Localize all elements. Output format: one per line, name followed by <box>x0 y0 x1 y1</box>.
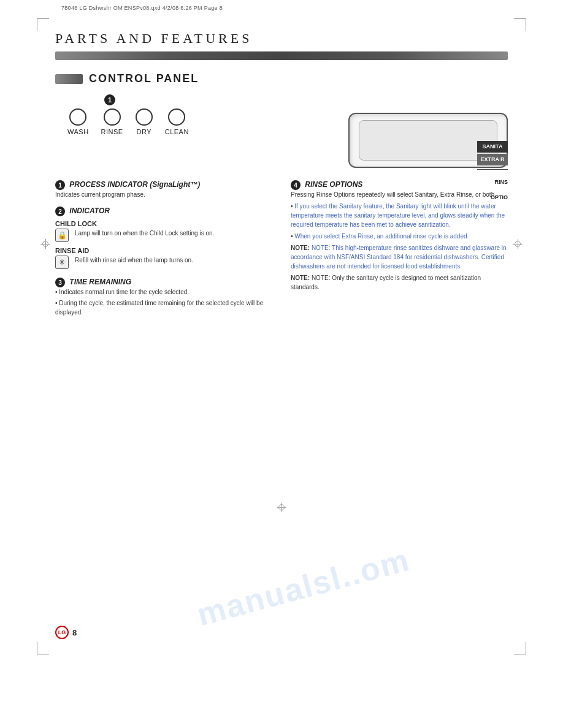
main-content: PARTS AND FEATURES CONTROL PANEL 1 WASH … <box>55 31 508 642</box>
indicator-circle-rinse <box>104 108 121 126</box>
note2: NOTE: NOTE: Only the sanitary cycle is d… <box>291 273 508 292</box>
rinse-aid-content: ✳ Refill with rinse aid when the lamp tu… <box>55 256 272 270</box>
desc-number-4: 4 <box>291 180 301 190</box>
corner-mark-bl <box>37 642 49 654</box>
desc-title-4: RINSE OPTIONS <box>305 180 362 189</box>
diagram-area: 1 WASH RINSE DRY CLEAN <box>55 94 508 168</box>
sidebar-tab-extra: EXTRA R <box>477 154 508 165</box>
child-lock-title: CHILD LOCK <box>55 220 272 227</box>
desc-intro-4: Pressing Rinse Options repeatedly will s… <box>291 190 508 199</box>
rinse-aid-title: RINSE AID <box>55 247 272 254</box>
rinse-aid-text: Refill with rinse aid when the lamp turn… <box>75 256 193 265</box>
crosshair-right <box>513 239 523 249</box>
indicator-circle-clean <box>168 108 185 126</box>
desc-left: 1 PROCESS INDICATOR (SignaLight™) Indica… <box>55 180 272 324</box>
desc-text-3: • Indicates normal run time for the cycl… <box>55 287 272 317</box>
page-title: PARTS AND FEATURES <box>55 31 508 47</box>
indicator-wash: WASH <box>67 108 89 135</box>
rinse-aid-section: RINSE AID ✳ Refill with rinse aid when t… <box>55 247 272 270</box>
page-number-area: LG 8 <box>55 626 77 639</box>
desc-title-1: PROCESS INDICATOR (SignaLight™) <box>69 180 200 189</box>
descriptions: 1 PROCESS INDICATOR (SignaLight™) Indica… <box>55 180 508 324</box>
sidebar-label-options: OPTIO <box>477 194 508 200</box>
sidebar-divider <box>477 169 508 170</box>
desc-rinse-options: 4 RINSE OPTIONS Pressing Rinse Options r… <box>291 180 508 292</box>
indicator-label-rinse: RINSE <box>101 128 123 135</box>
badge-row: 1 <box>104 94 336 105</box>
title-bar <box>55 51 508 60</box>
left-panel: 1 WASH RINSE DRY CLEAN <box>55 94 336 168</box>
indicator-circle-wash <box>69 108 86 126</box>
sidebar-label-rinse: RINS <box>477 179 508 185</box>
page-number: 8 <box>72 628 77 637</box>
desc-bullets-4: • If you select the Sanitary feature, th… <box>291 202 508 241</box>
rinse-bullet-1: • If you select the Sanitary feature, th… <box>291 202 508 229</box>
indicator-circle-dry <box>136 108 153 126</box>
indicator-dry: DRY <box>136 108 153 135</box>
desc-time-remaining: 3 TIME REMAINING • Indicates normal run … <box>55 278 272 317</box>
lg-logo: LG <box>55 626 69 639</box>
indicator-label-dry: DRY <box>136 128 151 135</box>
time-bullet-1: • Indicates normal run time for the cycl… <box>55 287 272 297</box>
time-bullet-2: • During the cycle, the estimated time r… <box>55 298 272 317</box>
desc-number-1: 1 <box>55 180 65 190</box>
indicator-label-wash: WASH <box>67 128 89 135</box>
crosshair-left <box>40 239 50 249</box>
desc-title-3: TIME REMAINING <box>69 278 131 286</box>
corner-mark-tl <box>37 18 49 31</box>
desc-indicator: 2 INDICATOR CHILD LOCK 🔒 Lamp will turn … <box>55 207 272 270</box>
note1: NOTE: NOTE: This high-temperature rinse … <box>291 243 508 271</box>
child-lock-icon: 🔒 <box>55 229 69 242</box>
desc-right: 4 RINSE OPTIONS Pressing Rinse Options r… <box>291 180 508 324</box>
rinse-aid-icon: ✳ <box>55 256 69 269</box>
sidebar-tab-sanita: SANITA <box>477 141 508 153</box>
rinse-bullet-2: • When you select Extra Rinse, an additi… <box>291 232 508 241</box>
desc-process-indicator: 1 PROCESS INDICATOR (SignaLight™) Indica… <box>55 180 272 199</box>
child-lock-section: CHILD LOCK 🔒 Lamp will turn on when the … <box>55 220 272 243</box>
section-header: CONTROL PANEL <box>55 72 508 85</box>
desc-text-1: Indicates current program phase. <box>55 190 272 199</box>
indicator-label-clean: CLEAN <box>165 128 189 135</box>
desc-number-2: 2 <box>55 207 65 216</box>
desc-number-3: 3 <box>55 278 65 287</box>
section-title: CONTROL PANEL <box>89 72 199 85</box>
indicator-rinse: RINSE <box>101 108 123 135</box>
corner-mark-tr <box>514 18 526 31</box>
section-icon-bar <box>55 74 83 84</box>
child-lock-content: 🔒 Lamp will turn on when the Child Lock … <box>55 229 272 243</box>
indicator-badge-1: 1 <box>104 94 115 105</box>
page-header: 78046 LG Dshwshr OM ENSPv08.qxd 4/2/08 6… <box>61 5 223 11</box>
desc-title-2: INDICATOR <box>69 207 110 215</box>
child-lock-text: Lamp will turn on when the Child Lock se… <box>75 229 214 238</box>
corner-mark-br <box>514 642 526 654</box>
indicators-row: WASH RINSE DRY CLEAN <box>67 108 336 135</box>
right-sidebar: SANITA EXTRA R RINS OPTIO <box>477 141 508 200</box>
indicator-clean: CLEAN <box>165 108 189 135</box>
